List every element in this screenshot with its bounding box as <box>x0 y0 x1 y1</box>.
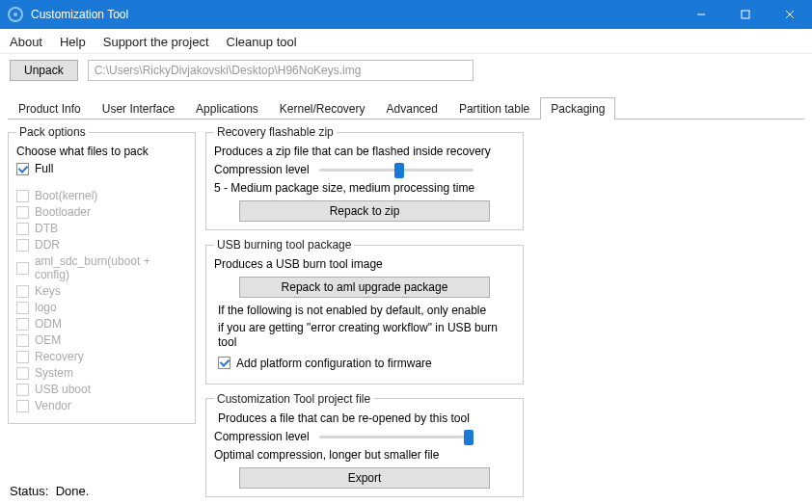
checkbox-odm <box>16 318 29 331</box>
checkbox-boot <box>16 190 29 202</box>
checkbox-system <box>16 367 29 380</box>
pack-full-row[interactable]: Full <box>16 162 187 175</box>
pack-recovery-row: Recovery <box>16 350 187 363</box>
tab-packaging[interactable]: Packaging <box>540 97 615 119</box>
pack-amlsdc-row: aml_sdc_burn(uboot + config) <box>16 254 187 281</box>
project-legend: Customization Tool project file <box>214 392 373 406</box>
checkbox-add-platform[interactable] <box>218 357 230 369</box>
usb-note-1: If the following is not enabled by defau… <box>218 304 511 319</box>
checkbox-full[interactable] <box>16 163 29 175</box>
usb-legend: USB burning tool package <box>214 238 354 252</box>
tab-applications[interactable]: Applications <box>185 97 269 119</box>
content-area: Pack options Choose what files to pack F… <box>0 119 812 504</box>
image-path-field[interactable]: C:\Users\RickyDivjakovski\Desktop\H96NoK… <box>88 60 474 81</box>
minimize-button[interactable] <box>679 0 723 29</box>
window-title: Customization Tool <box>31 8 679 21</box>
checkbox-vendor <box>16 400 29 412</box>
status-bar: Status: Done. <box>10 484 89 498</box>
pack-system-row: System <box>16 366 187 380</box>
tab-product-info[interactable]: Product Info <box>8 97 92 119</box>
pack-usbuboot-row: USB uboot <box>16 383 187 396</box>
flashable-slider[interactable] <box>319 162 474 177</box>
pack-subtitle: Choose what files to pack <box>16 145 187 158</box>
checkbox-usbuboot <box>16 384 29 396</box>
unpack-button[interactable]: Unpack <box>10 60 78 81</box>
pack-options-group: Pack options Choose what files to pack F… <box>8 125 196 424</box>
checkbox-ddr <box>16 239 29 252</box>
pack-oem-row: OEM <box>16 333 187 347</box>
tab-advanced[interactable]: Advanced <box>376 97 448 119</box>
tab-kernel-recovery[interactable]: Kernel/Recovery <box>269 97 376 119</box>
add-platform-row[interactable]: Add platform configuration to firmware <box>218 357 511 370</box>
flashable-comp-label: Compression level <box>214 163 310 176</box>
menu-help[interactable]: Help <box>60 35 86 49</box>
pack-dtb-row: DTB <box>16 222 187 235</box>
tab-partition-table[interactable]: Partition table <box>448 97 540 119</box>
checkbox-bootloader <box>16 206 29 219</box>
pack-options-legend: Pack options <box>16 125 89 139</box>
usb-burning-group: USB burning tool package Produces a USB … <box>205 238 524 385</box>
repack-aml-button[interactable]: Repack to aml upgrade package <box>239 277 490 298</box>
tab-bar: Product Info User Interface Applications… <box>8 96 804 119</box>
window-controls <box>679 0 812 29</box>
menu-support[interactable]: Support the project <box>103 35 209 49</box>
checkbox-recovery <box>16 351 29 363</box>
status-value: Done. <box>56 484 90 498</box>
svg-rect-1 <box>742 11 749 18</box>
pack-logo-row: logo <box>16 301 187 314</box>
checkbox-amlsdc <box>16 262 29 275</box>
flashable-comp-desc: 5 - Medium package size, medium processi… <box>214 181 515 195</box>
repack-zip-button[interactable]: Repack to zip <box>239 200 490 222</box>
titlebar: Customization Tool <box>0 0 812 29</box>
project-comp-label: Compression level <box>214 430 310 443</box>
checkbox-oem <box>16 334 29 347</box>
project-slider[interactable] <box>319 429 474 444</box>
close-button[interactable] <box>768 0 812 29</box>
tab-user-interface[interactable]: User Interface <box>92 97 185 119</box>
pack-vendor-row: Vendor <box>16 399 187 412</box>
project-desc: Produces a file that can be re-opened by… <box>218 411 515 425</box>
checkbox-dtb <box>16 223 29 235</box>
toolbar: Unpack C:\Users\RickyDivjakovski\Desktop… <box>0 54 812 87</box>
project-comp-desc: Optimal compression, longer but smaller … <box>214 448 515 462</box>
menubar: About Help Support the project Cleanup t… <box>0 29 812 54</box>
project-file-group: Customization Tool project file Produces… <box>205 392 524 497</box>
pack-keys-row: Keys <box>16 284 187 298</box>
app-icon <box>8 7 23 22</box>
checkbox-logo <box>16 302 29 314</box>
usb-desc: Produces a USB burn tool image <box>214 257 515 271</box>
pack-boot-row: Boot(kernel) <box>16 189 187 202</box>
pack-ddr-row: DDR <box>16 238 187 252</box>
flashable-zip-group: Recovery flashable zip Produces a zip fi… <box>205 125 524 230</box>
export-button[interactable]: Export <box>239 467 490 489</box>
checkbox-keys <box>16 285 29 298</box>
maximize-button[interactable] <box>723 0 768 29</box>
status-label: Status: <box>10 484 48 498</box>
flashable-legend: Recovery flashable zip <box>214 125 337 139</box>
menu-cleanup[interactable]: Cleanup tool <box>227 35 297 49</box>
usb-note-2: if you are getting "error creating workf… <box>218 321 511 351</box>
menu-about[interactable]: About <box>10 35 42 49</box>
flashable-desc: Produces a zip file that can be flashed … <box>214 145 515 158</box>
pack-odm-row: ODM <box>16 317 187 331</box>
pack-bootloader-row: Bootloader <box>16 205 187 219</box>
